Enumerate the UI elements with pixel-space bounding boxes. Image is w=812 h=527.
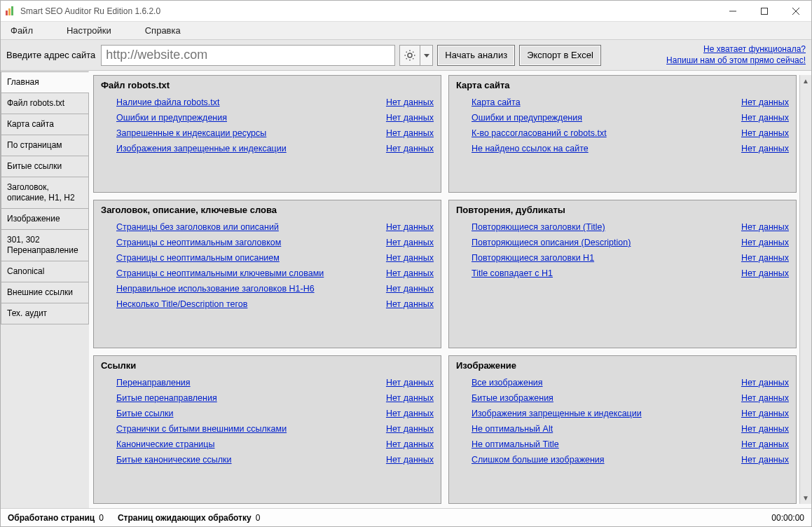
pending-stat: Страниц ожидающих обработку — [118, 513, 252, 523]
row-status-link[interactable]: Нет данных — [386, 222, 434, 232]
row-link[interactable]: Повторяющиеся описания (Description) — [472, 238, 631, 247]
maximize-button[interactable] — [748, 1, 780, 21]
row-link[interactable]: Повторяющиеся заголовки H1 — [472, 253, 594, 263]
row-link[interactable]: Страницы с неоптимальными ключевыми слов… — [116, 268, 324, 278]
menu-file[interactable]: Файл — [11, 25, 33, 36]
promo-link-2[interactable]: Напиши нам об этом прямо сейчас! — [666, 55, 806, 67]
row-status-link[interactable]: Нет данных — [386, 393, 434, 403]
panel-row: Битые ссылкиНет данных — [116, 409, 434, 418]
row-status-link[interactable]: Нет данных — [386, 113, 434, 123]
row-status-link[interactable]: Нет данных — [386, 238, 434, 247]
panel-title: Изображение — [456, 360, 789, 371]
sidebar-tab-9[interactable]: Внешние ссылки — [1, 282, 89, 303]
row-link[interactable]: Не оптимальный Alt — [472, 424, 553, 434]
row-status-link[interactable]: Нет данных — [386, 299, 434, 309]
settings-dropdown[interactable] — [420, 45, 433, 66]
menubar: Файл Настройки Справка — [1, 22, 811, 40]
row-status-link[interactable]: Нет данных — [741, 97, 789, 107]
sidebar-tab-6[interactable]: Изображение — [1, 208, 89, 230]
sidebar-tab-0[interactable]: Главная — [1, 71, 89, 93]
row-status-link[interactable]: Нет данных — [386, 455, 434, 465]
panel-title: Заголовок, описание, ключевые слова — [101, 205, 434, 215]
row-status-link[interactable]: Нет данных — [741, 378, 789, 388]
sidebar-tab-4[interactable]: Битые ссылки — [1, 156, 89, 177]
panel-row: Битые канонические ссылкиНет данных — [116, 455, 434, 465]
sidebar-tab-10[interactable]: Тех. аудит — [1, 303, 89, 324]
row-status-link[interactable]: Нет данных — [741, 222, 789, 232]
row-link[interactable]: Карта сайта — [472, 97, 521, 107]
row-status-link[interactable]: Нет данных — [386, 97, 434, 107]
row-status-link[interactable]: Нет данных — [741, 253, 789, 263]
row-status-link[interactable]: Нет данных — [741, 424, 789, 434]
row-link[interactable]: К-во рассогласований с robots.txt — [472, 128, 607, 138]
row-status-link[interactable]: Нет данных — [741, 238, 789, 247]
row-link[interactable]: Битые изображения — [472, 393, 553, 403]
url-input[interactable] — [101, 45, 395, 66]
row-link[interactable]: Изображения запрещенные к индексации — [116, 144, 287, 153]
row-link[interactable]: Несколько Title/Description тегов — [116, 299, 247, 309]
close-button[interactable] — [780, 1, 811, 21]
row-link[interactable]: Канонические страницы — [116, 439, 214, 449]
row-link[interactable]: Запрешенные к индексации ресурсы — [116, 128, 266, 138]
row-status-link[interactable]: Нет данных — [741, 144, 789, 153]
sidebar-tab-7[interactable]: 301, 302 Перенаправление — [1, 229, 89, 261]
row-link[interactable]: Слишком большие изображения — [472, 455, 605, 465]
sidebar: ГлавнаяФайл robots.txtКарта сайтаПо стра… — [1, 71, 89, 508]
row-link[interactable]: Title совпадает с H1 — [472, 268, 553, 278]
menu-help[interactable]: Справка — [145, 25, 181, 36]
row-status-link[interactable]: Нет данных — [386, 378, 434, 388]
panel-1: Карта сайтаКарта сайтаНет данныхОшибки и… — [448, 75, 797, 193]
row-link[interactable]: Битые ссылки — [116, 409, 174, 418]
sidebar-tab-3[interactable]: По страницам — [1, 135, 89, 156]
row-status-link[interactable]: Нет данных — [386, 439, 434, 449]
row-status-link[interactable]: Нет данных — [386, 409, 434, 418]
start-analysis-button[interactable]: Начать анализ — [437, 45, 515, 66]
sidebar-tab-8[interactable]: Canonical — [1, 261, 89, 282]
row-status-link[interactable]: Нет данных — [741, 439, 789, 449]
row-link[interactable]: Все изображения — [472, 378, 543, 388]
sidebar-tab-5[interactable]: Заголовок, описание, H1, H2 — [1, 177, 89, 209]
panel-row: Запрешенные к индексации ресурсыНет данн… — [116, 128, 434, 138]
vertical-scrollbar[interactable]: ▲ ▼ — [799, 75, 811, 504]
row-link[interactable]: Страницы без заголовков или описаний — [116, 222, 279, 232]
row-link[interactable]: Ошибки и предупреждения — [472, 113, 582, 123]
row-status-link[interactable]: Нет данных — [741, 128, 789, 138]
row-link[interactable]: Не оптимальный Title — [472, 439, 559, 449]
row-link[interactable]: Страницы с неоптимальным заголовком — [116, 238, 281, 247]
row-link[interactable]: Битые перенаправления — [116, 393, 217, 403]
scroll-up-icon[interactable]: ▲ — [800, 75, 811, 87]
row-link[interactable]: Наличие файла robots.txt — [116, 97, 220, 107]
row-link[interactable]: Странички с битыми внешними ссылками — [116, 424, 287, 434]
promo-link-1[interactable]: Не хватает функционала? — [666, 44, 806, 55]
row-link[interactable]: Битые канонические ссылки — [116, 455, 232, 465]
scroll-track[interactable] — [800, 87, 811, 492]
row-status-link[interactable]: Нет данных — [741, 455, 789, 465]
row-link[interactable]: Перенаправления — [116, 378, 191, 388]
row-status-link[interactable]: Нет данных — [386, 144, 434, 153]
minimize-button[interactable] — [717, 1, 748, 21]
row-link[interactable]: Не найдено ссылок на сайте — [472, 144, 589, 153]
row-status-link[interactable]: Нет данных — [741, 393, 789, 403]
row-status-link[interactable]: Нет данных — [741, 409, 789, 418]
sidebar-tab-2[interactable]: Карта сайта — [1, 114, 89, 135]
sidebar-tab-1[interactable]: Файл robots.txt — [1, 93, 89, 114]
row-status-link[interactable]: Нет данных — [741, 268, 789, 278]
menu-settings[interactable]: Настройки — [67, 25, 111, 36]
panel-row: Ошибки и предупрежденияНет данных — [472, 113, 789, 123]
row-link[interactable]: Неправильное использование заголовков H1… — [116, 284, 315, 294]
row-status-link[interactable]: Нет данных — [386, 253, 434, 263]
row-status-link[interactable]: Нет данных — [386, 268, 434, 278]
row-status-link[interactable]: Нет данных — [741, 113, 789, 123]
url-label: Введите адрес сайта — [6, 50, 95, 60]
row-status-link[interactable]: Нет данных — [386, 424, 434, 434]
panel-row: Битые перенаправленияНет данных — [116, 393, 434, 403]
row-status-link[interactable]: Нет данных — [386, 128, 434, 138]
settings-button[interactable] — [399, 45, 420, 66]
row-link[interactable]: Ошибки и предупреждения — [116, 113, 227, 123]
row-link[interactable]: Повторяющиеся заголовки (Title) — [472, 222, 605, 232]
row-link[interactable]: Изображения запрещенные к индексации — [472, 409, 642, 418]
scroll-down-icon[interactable]: ▼ — [800, 492, 811, 504]
row-status-link[interactable]: Нет данных — [386, 284, 434, 294]
export-excel-button[interactable]: Экспорт в Excel — [519, 45, 601, 66]
row-link[interactable]: Страницы с неоптимальным описанием — [116, 253, 280, 263]
